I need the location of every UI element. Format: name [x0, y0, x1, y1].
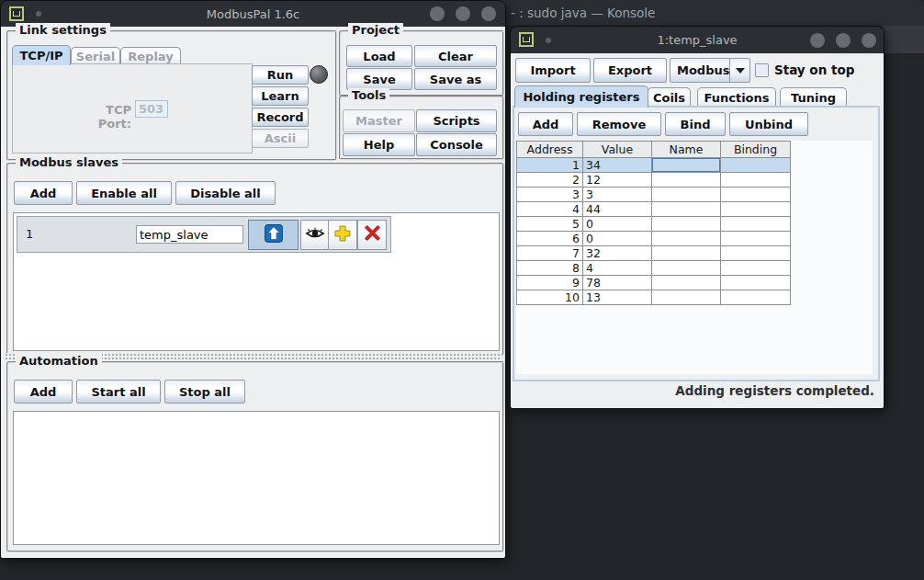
address-cell[interactable]: 9	[517, 276, 583, 290]
maximize-button[interactable]	[836, 33, 851, 48]
tab-serial[interactable]: Serial	[71, 47, 120, 65]
address-cell[interactable]: 7	[517, 246, 583, 261]
binding-cell[interactable]	[721, 290, 791, 305]
slave-delete-button[interactable]	[357, 220, 387, 250]
export-button[interactable]: Export	[593, 58, 667, 83]
register-unbind-button[interactable]: Unbind	[729, 112, 808, 136]
tab-replay[interactable]: Replay	[120, 47, 181, 65]
table-row[interactable]: 33	[517, 188, 791, 202]
binding-cell[interactable]	[721, 261, 791, 276]
table-row[interactable]: 444	[517, 202, 791, 217]
save-as-button[interactable]: Save as	[414, 68, 497, 90]
tab-tuning[interactable]: Tuning	[780, 87, 847, 108]
load-button[interactable]: Load	[346, 45, 412, 67]
value-cell[interactable]: 34	[583, 158, 652, 173]
binding-cell[interactable]	[721, 217, 791, 232]
value-cell[interactable]: 32	[583, 246, 652, 261]
binding-cell[interactable]	[721, 246, 791, 261]
address-cell[interactable]: 5	[517, 217, 583, 232]
binding-cell[interactable]	[721, 173, 791, 188]
protocol-dropdown[interactable]: Modbus	[670, 58, 750, 83]
binding-cell[interactable]	[721, 188, 791, 202]
minimize-button[interactable]	[430, 6, 445, 21]
binding-cell[interactable]	[721, 158, 791, 173]
name-cell[interactable]	[652, 276, 721, 290]
value-cell[interactable]: 0	[583, 232, 652, 246]
tab-functions[interactable]: Functions	[697, 87, 776, 108]
name-cell[interactable]	[652, 202, 721, 217]
table-row[interactable]: 60	[517, 232, 791, 246]
master-button[interactable]: Master	[343, 109, 415, 132]
help-button[interactable]: Help	[343, 133, 415, 156]
record-button[interactable]: Record	[252, 108, 309, 127]
register-bind-button[interactable]: Bind	[665, 112, 726, 136]
console-button[interactable]: Console	[416, 133, 497, 156]
name-cell[interactable]	[652, 173, 721, 188]
address-cell[interactable]: 6	[517, 232, 583, 246]
name-cell[interactable]	[652, 246, 721, 261]
name-cell[interactable]	[652, 217, 721, 232]
value-cell[interactable]: 13	[583, 290, 652, 305]
maximize-button[interactable]	[456, 6, 470, 21]
enable-all-button[interactable]: Enable all	[76, 181, 172, 205]
temp-slave-titlebar[interactable]: 1:temp_slave	[511, 27, 884, 53]
address-cell[interactable]: 8	[517, 261, 583, 276]
scripts-button[interactable]: Scripts	[416, 109, 497, 132]
close-button[interactable]	[481, 6, 496, 21]
slave-view-button[interactable]	[300, 220, 329, 250]
tcp-port-field[interactable]	[135, 100, 168, 118]
table-row[interactable]: 134	[517, 158, 791, 173]
name-cell[interactable]	[652, 158, 721, 173]
tab-coils[interactable]: Coils	[648, 87, 691, 108]
learn-button[interactable]: Learn	[252, 86, 309, 106]
table-row[interactable]: 978	[517, 276, 791, 290]
table-row[interactable]: 1013	[517, 290, 791, 305]
address-cell[interactable]: 2	[517, 173, 583, 188]
table-row[interactable]: 84	[517, 261, 791, 276]
save-button[interactable]: Save	[346, 68, 412, 90]
stay-on-top-checkbox[interactable]	[755, 63, 769, 77]
table-row[interactable]: 732	[517, 246, 791, 261]
column-header-value[interactable]: Value	[583, 142, 652, 158]
tab-tcpip[interactable]: TCP/IP	[12, 45, 71, 65]
address-cell[interactable]: 1	[517, 158, 583, 173]
binding-cell[interactable]	[721, 232, 791, 246]
slave-enable-toggle[interactable]	[248, 220, 299, 250]
register-table-viewport[interactable]: Address Value Name Binding 1342123344450…	[516, 141, 873, 374]
value-cell[interactable]: 4	[583, 261, 652, 276]
binding-cell[interactable]	[721, 202, 791, 217]
table-row[interactable]: 50	[517, 217, 791, 232]
address-cell[interactable]: 10	[517, 290, 583, 305]
minimize-button[interactable]	[810, 33, 825, 48]
slave-name-field[interactable]	[136, 225, 243, 244]
close-button[interactable]	[862, 33, 876, 48]
value-cell[interactable]: 0	[583, 217, 652, 232]
binding-cell[interactable]	[721, 276, 791, 290]
column-header-name[interactable]: Name	[652, 142, 721, 158]
slaves-add-button[interactable]: Add	[14, 181, 73, 205]
table-row[interactable]: 212	[517, 173, 791, 188]
slave-duplicate-button[interactable]	[328, 220, 357, 250]
value-cell[interactable]: 12	[583, 173, 652, 188]
value-cell[interactable]: 78	[583, 276, 652, 290]
address-cell[interactable]: 3	[517, 188, 583, 202]
automation-add-button[interactable]: Add	[14, 380, 73, 404]
import-button[interactable]: Import	[515, 58, 591, 83]
name-cell[interactable]	[652, 261, 721, 276]
value-cell[interactable]: 3	[583, 188, 652, 202]
register-remove-button[interactable]: Remove	[577, 112, 661, 136]
name-cell[interactable]	[652, 290, 721, 305]
value-cell[interactable]: 44	[583, 202, 652, 217]
clear-button[interactable]: Clear	[414, 45, 497, 67]
ascii-button[interactable]: Ascii	[252, 129, 309, 148]
stop-all-button[interactable]: Stop all	[164, 380, 245, 404]
column-header-address[interactable]: Address	[517, 142, 583, 158]
slave-item[interactable]: 1	[17, 216, 391, 253]
name-cell[interactable]	[652, 232, 721, 246]
start-all-button[interactable]: Start all	[76, 380, 161, 404]
register-add-button[interactable]: Add	[518, 112, 573, 136]
name-cell[interactable]	[652, 188, 721, 202]
disable-all-button[interactable]: Disable all	[175, 181, 276, 205]
tab-holding-registers[interactable]: Holding registers	[514, 85, 648, 108]
address-cell[interactable]: 4	[517, 202, 583, 217]
